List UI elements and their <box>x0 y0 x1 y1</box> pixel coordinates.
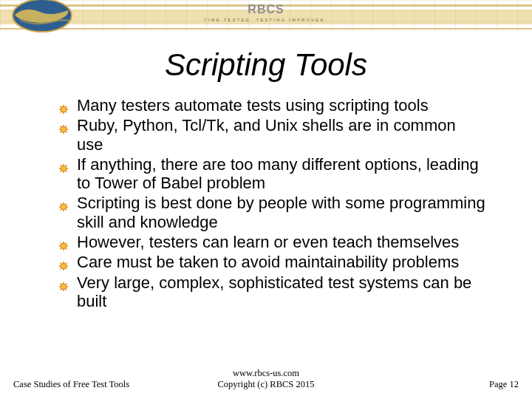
list-item: Care must be taken to avoid maintainabil… <box>58 253 486 271</box>
svg-point-19 <box>61 264 66 268</box>
slide: RBCS TIME TESTED. TESTING IMPROVED. Scri… <box>0 0 532 399</box>
list-item-text: Very large, complex, sophisticated test … <box>77 273 471 310</box>
list-item: If anything, there are too many differen… <box>58 155 486 193</box>
list-item-text: Care must be taken to avoid maintainabil… <box>77 253 459 271</box>
list-item-text: If anything, there are too many differen… <box>77 155 479 192</box>
svg-point-22 <box>61 284 66 289</box>
burst-bullet-icon <box>58 120 69 139</box>
list-item: Many testers automate tests using script… <box>58 96 486 115</box>
list-item-text: Scripting is best done by people with so… <box>77 194 485 231</box>
burst-bullet-icon <box>58 160 69 178</box>
header-banner: RBCS TIME TESTED. TESTING IMPROVED. <box>0 0 532 30</box>
list-item-text: Many testers automate tests using script… <box>77 96 429 115</box>
list-item-text: However, testers can learn or even teach… <box>77 233 459 251</box>
list-item: Very large, complex, sophisticated test … <box>58 273 486 311</box>
footer-copyright: Copyright (c) RBCS 2015 <box>0 379 532 390</box>
svg-point-7 <box>61 127 66 132</box>
slide-title: Scripting Tools <box>0 47 532 83</box>
brand-name: RBCS <box>0 3 532 16</box>
list-item: Ruby, Python, Tcl/Tk, and Unix shells ar… <box>58 116 486 154</box>
svg-point-16 <box>61 244 66 248</box>
svg-point-10 <box>61 166 66 171</box>
svg-point-13 <box>61 205 66 209</box>
list-item-text: Ruby, Python, Tcl/Tk, and Unix shells ar… <box>77 116 456 153</box>
brand-tagline: TIME TESTED. TESTING IMPROVED. <box>0 18 532 22</box>
footer-page: Page 12 <box>489 379 519 390</box>
footer-url: www.rbcs-us.com <box>233 368 299 378</box>
burst-bullet-icon <box>58 278 69 296</box>
svg-point-4 <box>61 107 66 112</box>
list-item: Scripting is best done by people with so… <box>58 194 486 231</box>
bullet-list: Many testers automate tests using script… <box>58 96 486 310</box>
burst-bullet-icon <box>58 198 69 216</box>
list-item: However, testers can learn or even teach… <box>58 233 486 251</box>
footer-center: www.rbcs-us.com Copyright (c) RBCS 2015 <box>0 368 532 390</box>
